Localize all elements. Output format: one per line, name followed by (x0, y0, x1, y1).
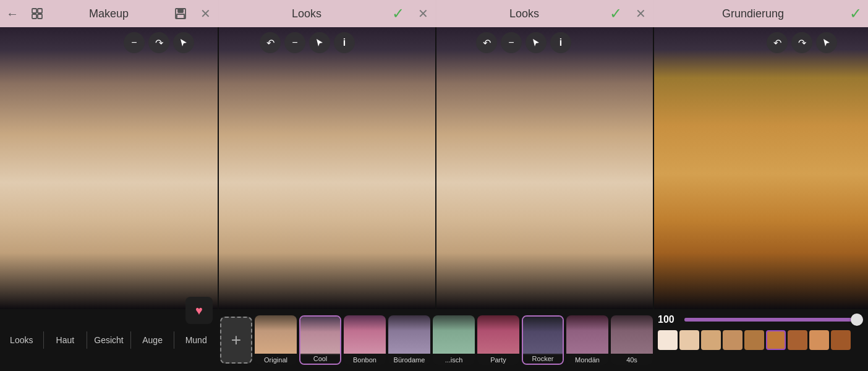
heart-button[interactable]: ♥ (185, 297, 213, 324)
swatch-7[interactable] (788, 330, 807, 350)
panel4-title: Grundierung (663, 7, 843, 20)
look-cool-label: Cool (300, 354, 340, 364)
cursor-icon-3[interactable] (525, 32, 547, 53)
swatch-8[interactable] (809, 330, 829, 350)
cursor-icon-4[interactable] (816, 32, 837, 53)
close-button-3[interactable]: ✕ (628, 1, 653, 26)
panel4-bottom: 100 (653, 309, 868, 371)
panel3-float-icons: ↶ − i (476, 32, 571, 53)
panel4-float-icons: ↶ ↷ (767, 32, 837, 53)
opacity-slider[interactable] (684, 318, 863, 322)
panel1-title: Makeup (49, 7, 168, 20)
undo-icon-3[interactable]: ↶ (476, 32, 497, 53)
look-original-label: Original (255, 355, 297, 365)
minus-icon-2[interactable]: − (284, 32, 305, 53)
svg-rect-0 (32, 9, 36, 13)
panel2-header: Looks ✓ ✕ (218, 0, 435, 27)
cursor-icon-2[interactable] (309, 32, 330, 53)
tab-haut[interactable]: Haut (44, 331, 88, 349)
panel4-image (653, 27, 868, 309)
info-icon-2[interactable]: i (334, 32, 355, 53)
redo-icon-4[interactable]: ↷ (791, 32, 812, 53)
tab-gesicht[interactable]: Gesicht (87, 331, 131, 349)
look-party-label: Party (477, 355, 519, 365)
svg-rect-2 (32, 14, 36, 19)
look-frisch[interactable]: ...isch (433, 315, 475, 365)
panel2-float-icons: ↶ − i (260, 32, 355, 53)
svg-rect-6 (177, 14, 184, 19)
svg-rect-5 (178, 9, 183, 12)
grid-icon[interactable] (25, 1, 49, 26)
add-look-button[interactable]: + (220, 317, 252, 364)
panel1-float-icons: − ↷ (124, 32, 194, 53)
undo-icon-2[interactable]: ↶ (260, 32, 281, 53)
look-original[interactable]: Original (255, 315, 297, 365)
swatch-2[interactable] (679, 330, 699, 350)
opacity-slider-row: 100 (658, 314, 863, 325)
panel1-bottom: ♥ Looks Haut Gesicht Auge Mund (0, 309, 218, 371)
look-burodame[interactable]: Bürodame (388, 315, 430, 365)
panel4-header: Grundierung ✓ (653, 0, 868, 27)
check-button-3[interactable]: ✓ (603, 1, 628, 26)
slider-value: 100 (658, 314, 679, 325)
color-swatches (658, 330, 863, 350)
swatch-4[interactable] (723, 330, 742, 350)
panel2-image (218, 27, 435, 309)
tab-mund[interactable]: Mund (174, 331, 218, 349)
swatch-5[interactable] (744, 330, 764, 350)
minus-icon-3[interactable]: − (501, 32, 522, 53)
save-button[interactable] (168, 1, 193, 26)
panel3-header: Looks ✓ ✕ (435, 0, 653, 27)
cursor-icon-1[interactable] (173, 32, 194, 53)
look-rocker[interactable]: Rocker (522, 315, 564, 365)
look-40s-label: 40s (611, 355, 653, 365)
tab-looks[interactable]: Looks (0, 331, 44, 349)
look-rocker-label: Rocker (523, 354, 563, 364)
check-button-4[interactable]: ✓ (843, 1, 868, 26)
swatch-1[interactable] (658, 330, 678, 350)
look-burodame-label: Bürodame (388, 355, 430, 365)
slider-thumb[interactable] (851, 313, 863, 326)
undo-icon-4[interactable]: ↶ (767, 32, 788, 53)
back-button[interactable]: ← (0, 1, 25, 26)
look-cool[interactable]: Cool (299, 315, 341, 365)
info-icon-3[interactable]: i (550, 32, 571, 53)
minus-icon-1[interactable]: − (124, 32, 145, 53)
svg-rect-3 (38, 14, 42, 19)
close-button-2[interactable]: ✕ (411, 1, 435, 26)
panel2-title: Looks (228, 7, 386, 20)
panel1-image (0, 27, 218, 309)
look-mondan[interactable]: Mondän (566, 315, 608, 365)
look-party[interactable]: Party (477, 315, 519, 365)
check-button-2[interactable]: ✓ (386, 1, 411, 26)
tab-auge[interactable]: Auge (131, 331, 175, 349)
look-bonbon-label: Bonbon (344, 355, 386, 365)
swatch-6-selected[interactable] (766, 330, 786, 350)
look-mondan-label: Mondän (566, 355, 608, 365)
look-frisch-label: ...isch (433, 355, 475, 365)
look-bonbon[interactable]: Bonbon (344, 315, 386, 365)
panel1-header: ← Makeup ✕ (0, 0, 218, 27)
redo-icon-1[interactable]: ↷ (148, 32, 169, 53)
panel3-title: Looks (445, 7, 603, 20)
svg-rect-1 (38, 9, 42, 13)
panel3-image (435, 27, 653, 309)
slider-fill (684, 318, 863, 322)
swatch-3[interactable] (701, 330, 721, 350)
swatch-9[interactable] (831, 330, 851, 350)
looks-selector: + Original Cool Bonbon Bürodame ...isch … (218, 309, 653, 371)
close-button-1[interactable]: ✕ (193, 1, 218, 26)
look-40s[interactable]: 40s (611, 315, 653, 365)
